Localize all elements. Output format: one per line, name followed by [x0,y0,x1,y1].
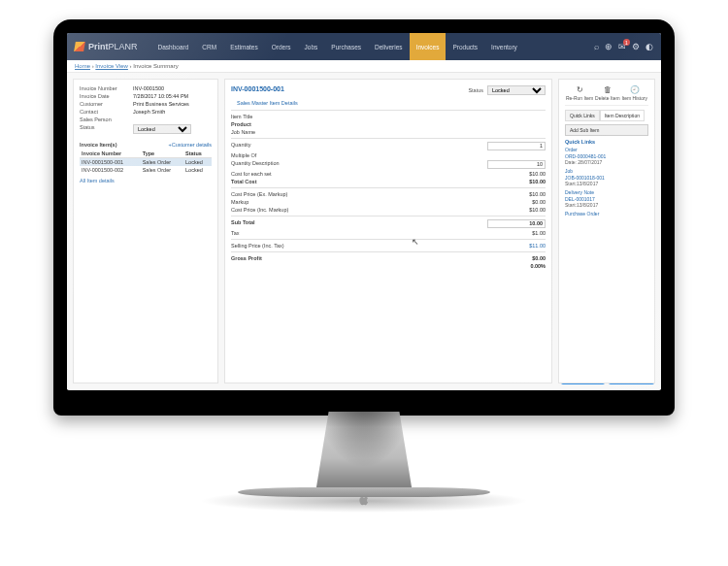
nav-purchases[interactable]: Purchases [324,33,368,60]
nav-inventory[interactable]: Inventory [484,33,524,60]
value-invoice-date: 7/28/2017 10:05:44 PM [133,93,212,99]
table-row[interactable]: INV-0001500-002Sales OrderLocked [80,166,212,174]
tab-quick-links[interactable]: Quick Links [565,110,600,121]
tab-sales-master[interactable]: Sales Master Item Details [231,98,304,108]
refresh-icon: ↻ [577,85,583,94]
breadcrumb-home[interactable]: Home [75,63,90,69]
brand-prefix: Print [88,42,109,51]
table-row[interactable]: INV-0001500-001Sales OrderLocked [80,158,212,167]
add-icon[interactable]: ⊕ [605,42,612,51]
quick-link-purchase-order[interactable]: Purchase Order [565,211,648,217]
invoice-items-header: Invoice Item(s) [80,142,117,148]
invoice-item-detail-panel: INV-0001500-001 Status Locked Sales Mast… [224,79,552,383]
breadcrumb: Home › Invoice View › Invoice Summary [67,60,661,73]
qty-desc-input[interactable]: 10 [487,160,546,169]
invoice-items-table: Invoice NumberTypeStatus INV-0001500-001… [80,150,212,174]
label-customer: Customer [80,101,133,107]
settings-icon[interactable]: ⚙ [632,42,640,51]
label-status: Status [80,124,133,134]
item-status-label: Status [468,87,483,93]
brand-logo-icon [74,42,85,51]
customer-details-link[interactable]: +Customer details [169,142,212,148]
nav-products[interactable]: Products [446,33,484,60]
all-item-details-link[interactable]: All Item details [80,178,212,183]
mail-icon[interactable]: ✉ [618,42,626,51]
nav-jobs[interactable]: Jobs [298,33,325,60]
breadcrumb-current: Invoice Summary [133,63,178,69]
rerun-item-button[interactable]: ↻Re-Run Item [566,85,593,101]
top-nav-bar: PrintPLANR Dashboard CRM Estimates Order… [67,33,661,60]
user-avatar-icon[interactable]: ◐ [645,42,653,51]
nav-orders[interactable]: Orders [265,33,298,60]
item-status-select[interactable]: Locked [487,85,546,95]
item-history-button[interactable]: 🕘Item History [621,85,647,101]
status-select[interactable]: Locked [133,124,191,134]
value-sales-person [133,117,212,122]
history-icon: 🕘 [630,85,640,94]
search-icon[interactable]: ⌕ [594,42,599,51]
quick-links-title: Quick Links [565,139,648,145]
value-contact: Joseph Smith [133,109,212,115]
brand-name: PrintPLANR [88,42,138,51]
value-invoice-number: INV-0001500 [133,85,212,91]
quantity-input[interactable]: 1 [487,142,546,150]
breadcrumb-invoice-view[interactable]: Invoice View [95,63,128,69]
brand-suffix: PLANR [109,42,138,51]
label-invoice-number: Invoice Number [80,85,133,91]
invoice-summary-panel: Invoice NumberINV-0001500 Invoice Date7/… [73,79,218,383]
quick-links-panel: ↻Re-Run Item 🗑Delete Item 🕘Item History … [558,79,655,383]
nav-crm[interactable]: CRM [195,33,223,60]
nav-dashboard[interactable]: Dashboard [151,33,196,60]
nav-invoices[interactable]: Invoices [410,33,447,60]
tab-item-description[interactable]: Item Description [600,110,645,121]
label-sales-person: Sales Person [80,117,133,122]
nav-estimates[interactable]: Estimates [223,33,265,60]
main-nav: Dashboard CRM Estimates Orders Jobs Purc… [151,33,524,60]
value-customer: Print Business Services [133,101,212,107]
delete-item-button[interactable]: 🗑Delete Item [595,85,620,101]
add-sub-item-button[interactable]: Add Sub Item [565,124,648,136]
label-invoice-date: Invoice Date [80,93,133,99]
subtotal-input[interactable]: 10.00 [487,219,546,228]
trash-icon: 🗑 [604,85,612,94]
label-contact: Contact [80,109,133,115]
nav-deliveries[interactable]: Deliveries [368,33,410,60]
